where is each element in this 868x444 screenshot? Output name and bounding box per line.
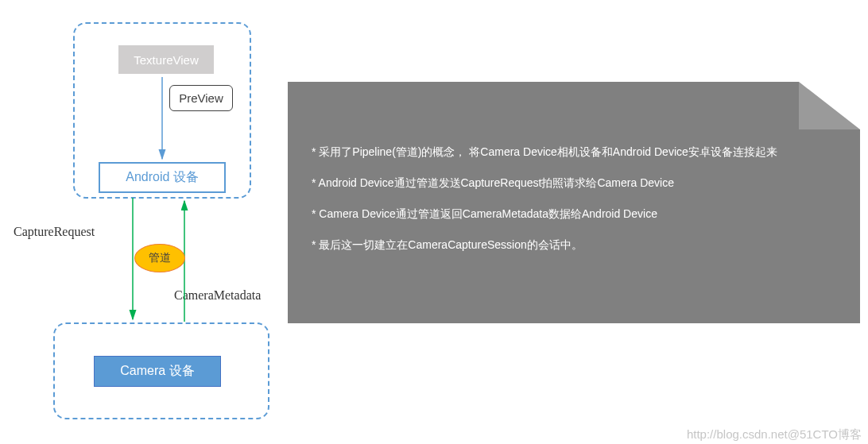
pipe-ellipse: 管道 [134, 244, 185, 272]
camera-device-box: Camera 设备 [94, 356, 221, 387]
camera-metadata-label: CameraMetadata [174, 288, 261, 303]
bullet-1: * 采用了Pipeline(管道)的概念， 将Camera Device相机设备… [312, 144, 835, 160]
notes-panel: * 采用了Pipeline(管道)的概念， 将Camera Device相机设备… [288, 82, 860, 323]
bullet-2: * Android Device通过管道发送CaptureRequest拍照请求… [312, 175, 835, 191]
preview-box: PreView [169, 85, 233, 111]
panel-fold [799, 82, 860, 129]
bullet-4: * 最后这一切建立在CameraCaptureSession的会话中。 [312, 237, 835, 253]
capture-request-label: CaptureRequest [14, 225, 95, 239]
textureview-box: TextureView [118, 44, 215, 75]
watermark-text: http://blog.csdn.net@51CTO博客 [687, 427, 862, 442]
android-device-box: Android 设备 [99, 162, 226, 193]
bullet-3: * Camera Device通过管道返回CameraMetadata数据给An… [312, 206, 835, 222]
